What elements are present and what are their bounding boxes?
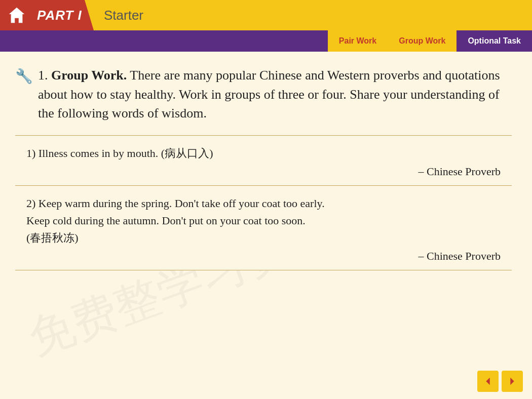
instruction-text: 1. Group Work. There are many popular Ch… xyxy=(38,66,512,123)
proverb-2-text: 2) Keep warm during the spring. Don't ta… xyxy=(26,195,501,247)
tab-optional-task[interactable]: Optional Task xyxy=(457,30,532,52)
main-content: 🔧 1. Group Work. There are many popular … xyxy=(0,52,532,281)
proverb-card-1: 1) Illness comes in by mouth. (病从口入) – C… xyxy=(15,135,512,186)
svg-marker-2 xyxy=(510,378,514,385)
part-label-box: PART I xyxy=(33,0,94,30)
svg-marker-1 xyxy=(486,378,489,385)
part-label: PART I xyxy=(37,8,82,23)
proverb-2-attribution: – Chinese Proverb xyxy=(26,250,501,263)
proverb-2-line3: (春捂秋冻) xyxy=(26,231,79,244)
instruction-bold: Group Work. xyxy=(51,68,127,83)
instruction-number: 1. xyxy=(38,68,51,83)
next-button[interactable] xyxy=(502,371,523,392)
tab-bar: Pair Work Group Work Optional Task xyxy=(0,30,532,52)
proverb-1-attribution: – Chinese Proverb xyxy=(26,165,501,178)
header: PART I Starter xyxy=(0,0,532,30)
proverb-card-2: 2) Keep warm during the spring. Don't ta… xyxy=(15,186,512,270)
bottom-nav xyxy=(477,371,523,392)
prev-icon xyxy=(482,376,493,387)
wrench-icon: 🔧 xyxy=(15,68,33,85)
svg-marker-0 xyxy=(9,8,24,23)
prev-button[interactable] xyxy=(477,371,499,392)
proverb-1-text: 1) Illness comes in by mouth. (病从口入) xyxy=(26,145,501,162)
instruction-row: 🔧 1. Group Work. There are many popular … xyxy=(15,66,512,123)
starter-label: Starter xyxy=(94,0,143,30)
tab-pair-work[interactable]: Pair Work xyxy=(328,30,388,52)
next-icon xyxy=(507,376,518,387)
proverb-2-line2: Keep cold during the autumn. Don't put o… xyxy=(26,214,306,227)
home-button[interactable] xyxy=(0,0,33,30)
proverb-2-line1: 2) Keep warm during the spring. Don't ta… xyxy=(26,197,325,210)
tab-group-work[interactable]: Group Work xyxy=(388,30,457,52)
